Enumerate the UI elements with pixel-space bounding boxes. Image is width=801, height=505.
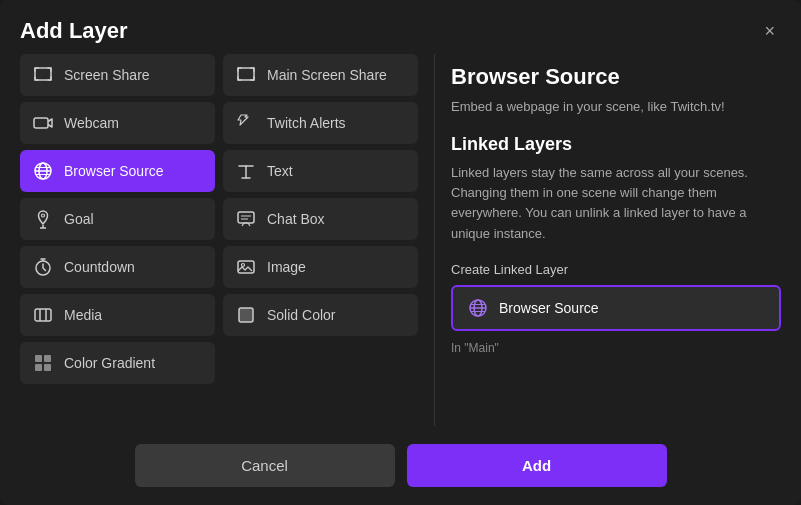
in-main-label: In "Main" <box>451 341 781 355</box>
layer-item-chat-box[interactable]: Chat Box <box>223 198 418 240</box>
linked-layer-option-label: Browser Source <box>499 300 599 316</box>
modal-body: Screen Share Webcam <box>0 54 801 426</box>
svg-rect-18 <box>238 68 254 80</box>
left-layer-column: Screen Share Webcam <box>20 54 215 426</box>
svg-rect-16 <box>35 364 42 371</box>
detail-title: Browser Source <box>451 64 781 90</box>
layer-item-image[interactable]: Image <box>223 246 418 288</box>
detail-subtitle: Embed a webpage in your scene, like Twit… <box>451 98 781 116</box>
layer-item-media[interactable]: Media <box>20 294 215 336</box>
twitch-alerts-icon <box>235 112 257 134</box>
layer-item-webcam-label: Webcam <box>64 115 119 131</box>
layer-item-countdown-label: Countdown <box>64 259 135 275</box>
svg-rect-1 <box>34 118 48 128</box>
modal-title: Add Layer <box>20 18 128 44</box>
layer-item-color-gradient[interactable]: Color Gradient <box>20 342 215 384</box>
create-linked-label: Create Linked Layer <box>451 262 781 277</box>
modal-header: Add Layer × <box>0 0 801 54</box>
layer-item-chat-box-label: Chat Box <box>267 211 325 227</box>
svg-rect-11 <box>35 309 51 321</box>
main-screen-share-icon <box>235 64 257 86</box>
countdown-icon <box>32 256 54 278</box>
svg-point-26 <box>242 264 245 267</box>
layer-item-twitch-alerts-label: Twitch Alerts <box>267 115 346 131</box>
layer-item-browser-source[interactable]: Browser Source <box>20 150 215 192</box>
layer-item-text-label: Text <box>267 163 293 179</box>
svg-point-5 <box>42 214 45 217</box>
layer-item-goal-label: Goal <box>64 211 94 227</box>
layer-item-countdown[interactable]: Countdown <box>20 246 215 288</box>
chat-box-icon <box>235 208 257 230</box>
color-gradient-icon <box>32 352 54 374</box>
layer-item-webcam[interactable]: Webcam <box>20 102 215 144</box>
text-icon <box>235 160 257 182</box>
layer-item-solid-color[interactable]: Solid Color <box>223 294 418 336</box>
layer-item-twitch-alerts[interactable]: Twitch Alerts <box>223 102 418 144</box>
layer-item-screen-share-label: Screen Share <box>64 67 150 83</box>
modal-container: Add Layer × <box>0 0 801 505</box>
image-icon <box>235 256 257 278</box>
layer-item-main-screen-share-label: Main Screen Share <box>267 67 387 83</box>
linked-layers-title: Linked Layers <box>451 134 781 155</box>
layer-list: Screen Share Webcam <box>20 54 418 426</box>
modal-footer: Cancel Add <box>0 426 801 505</box>
svg-rect-22 <box>238 212 254 223</box>
media-icon <box>32 304 54 326</box>
detail-panel: Browser Source Embed a webpage in your s… <box>451 54 781 426</box>
goal-icon <box>32 208 54 230</box>
close-button[interactable]: × <box>758 20 781 42</box>
layer-item-screen-share[interactable]: Screen Share <box>20 54 215 96</box>
svg-rect-15 <box>44 355 51 362</box>
cancel-button[interactable]: Cancel <box>135 444 395 487</box>
right-layer-column: Main Screen Share Twitch Alerts <box>223 54 418 426</box>
layer-item-browser-source-label: Browser Source <box>64 163 164 179</box>
screen-share-icon <box>32 64 54 86</box>
layer-item-main-screen-share[interactable]: Main Screen Share <box>223 54 418 96</box>
layer-item-media-label: Media <box>64 307 102 323</box>
svg-rect-27 <box>239 308 253 322</box>
webcam-icon <box>32 112 54 134</box>
layer-item-text[interactable]: Text <box>223 150 418 192</box>
svg-rect-17 <box>44 364 51 371</box>
linked-globe-icon <box>467 297 489 319</box>
svg-rect-0 <box>35 68 51 80</box>
layer-item-goal[interactable]: Goal <box>20 198 215 240</box>
linked-layers-description: Linked layers stay the same across all y… <box>451 163 781 244</box>
browser-source-icon <box>32 160 54 182</box>
vertical-divider <box>434 54 435 426</box>
layer-item-image-label: Image <box>267 259 306 275</box>
linked-layer-option[interactable]: Browser Source <box>451 285 781 331</box>
svg-rect-14 <box>35 355 42 362</box>
layer-item-color-gradient-label: Color Gradient <box>64 355 155 371</box>
layer-item-solid-color-label: Solid Color <box>267 307 335 323</box>
solid-color-icon <box>235 304 257 326</box>
add-button[interactable]: Add <box>407 444 667 487</box>
